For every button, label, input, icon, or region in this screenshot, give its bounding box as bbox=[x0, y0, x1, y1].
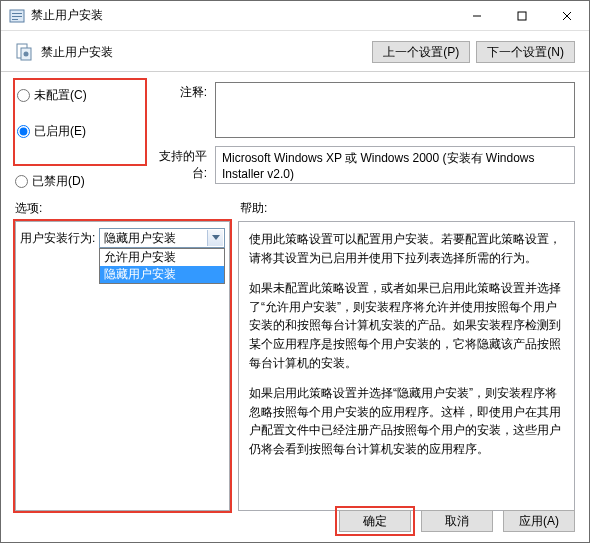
svg-rect-1 bbox=[12, 13, 22, 14]
ok-button[interactable]: 确定 bbox=[339, 510, 411, 532]
behavior-combo-display[interactable]: 隐藏用户安装 bbox=[99, 228, 225, 248]
policy-icon bbox=[15, 43, 33, 61]
svg-rect-2 bbox=[12, 16, 22, 17]
behavior-combo[interactable]: 隐藏用户安装 允许用户安装 隐藏用户安装 bbox=[99, 228, 225, 248]
help-panel: 使用此策略设置可以配置用户安装。若要配置此策略设置，请将其设置为已启用并使用下拉… bbox=[238, 221, 575, 511]
help-paragraph: 使用此策略设置可以配置用户安装。若要配置此策略设置，请将其设置为已启用并使用下拉… bbox=[249, 230, 564, 267]
app-icon bbox=[9, 8, 25, 24]
combo-item-hide[interactable]: 隐藏用户安装 bbox=[100, 266, 224, 283]
svg-marker-11 bbox=[212, 235, 220, 240]
radio-enabled-input[interactable] bbox=[17, 125, 30, 138]
footer: 确定 取消 应用(A) bbox=[339, 510, 575, 532]
next-setting-button[interactable]: 下一个设置(N) bbox=[476, 41, 575, 63]
window-title: 禁止用户安装 bbox=[31, 7, 454, 24]
svg-point-10 bbox=[24, 52, 29, 57]
platform-value: Microsoft Windows XP 或 Windows 2000 (安装有… bbox=[215, 146, 575, 184]
radio-not-configured-input[interactable] bbox=[17, 89, 30, 102]
title-bar: 禁止用户安装 bbox=[1, 1, 589, 31]
radio-disabled-label: 已禁用(D) bbox=[32, 173, 85, 190]
combo-item-allow[interactable]: 允许用户安装 bbox=[100, 249, 224, 266]
radio-disabled[interactable]: 已禁用(D) bbox=[15, 170, 145, 192]
cancel-button[interactable]: 取消 bbox=[421, 510, 493, 532]
radio-enabled-label: 已启用(E) bbox=[34, 123, 86, 140]
minimize-button[interactable] bbox=[454, 1, 499, 31]
options-section-label: 选项: bbox=[15, 200, 240, 217]
radio-disabled-input[interactable] bbox=[15, 175, 28, 188]
help-paragraph: 如果启用此策略设置并选择“隐藏用户安装”，则安装程序将忽略按照每个用户安装的应用… bbox=[249, 384, 564, 458]
radio-highlight: 未配置(C) 已启用(E) bbox=[15, 80, 145, 164]
radio-not-configured-label: 未配置(C) bbox=[34, 87, 87, 104]
apply-button[interactable]: 应用(A) bbox=[503, 510, 575, 532]
radio-enabled[interactable]: 已启用(E) bbox=[17, 120, 139, 142]
header: 禁止用户安装 上一个设置(P) 下一个设置(N) bbox=[1, 31, 589, 71]
help-paragraph: 如果未配置此策略设置，或者如果已启用此策略设置并选择了“允许用户安装”，则安装程… bbox=[249, 279, 564, 372]
comment-label: 注释: bbox=[145, 82, 215, 138]
svg-rect-3 bbox=[12, 19, 18, 20]
prev-setting-button[interactable]: 上一个设置(P) bbox=[372, 41, 470, 63]
platform-label: 支持的平台: bbox=[145, 146, 215, 184]
behavior-combo-dropdown: 允许用户安装 隐藏用户安装 bbox=[99, 248, 225, 284]
options-panel: 用户安装行为: 隐藏用户安装 允许用户安装 隐藏用户安装 bbox=[15, 221, 230, 511]
comment-input[interactable] bbox=[215, 82, 575, 138]
help-section-label: 帮助: bbox=[240, 200, 267, 217]
svg-rect-5 bbox=[518, 12, 526, 20]
radio-not-configured[interactable]: 未配置(C) bbox=[17, 84, 139, 106]
close-button[interactable] bbox=[544, 1, 589, 31]
page-title: 禁止用户安装 bbox=[41, 44, 366, 61]
behavior-label: 用户安装行为: bbox=[20, 230, 95, 247]
behavior-combo-value: 隐藏用户安装 bbox=[104, 230, 176, 247]
divider bbox=[1, 71, 589, 72]
chevron-down-icon bbox=[207, 230, 223, 246]
maximize-button[interactable] bbox=[499, 1, 544, 31]
